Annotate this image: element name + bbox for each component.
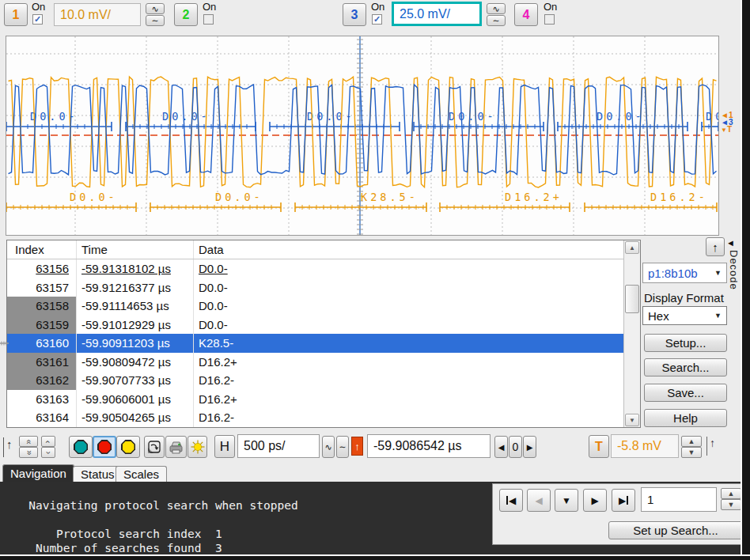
- table-scrollbar[interactable]: ▲ ▼: [623, 240, 640, 427]
- table-cell[interactable]: -59.90707733 µs: [77, 371, 194, 390]
- up-triangle-icon[interactable]: ▲: [721, 488, 741, 499]
- table-cell[interactable]: -59.90606001 µs: [77, 390, 194, 409]
- scrollbar-up-icon[interactable]: ▲: [625, 241, 639, 254]
- table-cell[interactable]: D0.0-: [194, 278, 623, 297]
- tab-scales[interactable]: Scales: [116, 466, 167, 482]
- table-cell[interactable]: D0.0-: [194, 259, 623, 278]
- table-cell[interactable]: D0.0-: [194, 297, 623, 316]
- table-cell[interactable]: -59.90504265 µs: [77, 408, 194, 427]
- column-header-time[interactable]: Time: [77, 240, 194, 259]
- search-index-spinner[interactable]: ▲ ▼: [721, 488, 741, 510]
- table-cell[interactable]: 63156: [7, 259, 77, 278]
- trigger-level-field[interactable]: -5.8 mV: [611, 434, 679, 458]
- fine-adjust-spinner[interactable]: ‹ ‹: [41, 436, 55, 458]
- table-cell[interactable]: D0.0-: [194, 316, 623, 335]
- table-cell[interactable]: K28.5-: [194, 334, 623, 353]
- scrollbar-thumb[interactable]: [625, 285, 639, 313]
- delay-decrease-button[interactable]: ◀: [494, 436, 508, 458]
- table-row[interactable]: 63163-59.90606001 µsD16.2+: [7, 390, 623, 409]
- decode-source-select[interactable]: p1:8b10b ▼: [642, 263, 727, 283]
- table-cell[interactable]: -59.90809472 µs: [77, 353, 194, 372]
- next-result-button[interactable]: ▶: [583, 489, 607, 512]
- search-index-field[interactable]: 1: [641, 487, 717, 512]
- touch-toggle-button[interactable]: [144, 436, 165, 458]
- table-cell[interactable]: 63161: [7, 353, 77, 372]
- channel-3-scale-field[interactable]: 25.0 mV/: [392, 2, 482, 26]
- table-cell[interactable]: 63162: [7, 371, 77, 390]
- column-header-data[interactable]: Data: [194, 240, 623, 259]
- previous-result-button[interactable]: ◀: [527, 489, 551, 512]
- horizontal-scale-field[interactable]: 500 ps/: [237, 434, 320, 458]
- table-cell[interactable]: -59.91216377 µs: [77, 278, 194, 297]
- delay-increase-button[interactable]: ▶: [523, 436, 536, 458]
- collapse-panel-button[interactable]: ↑: [706, 237, 725, 256]
- stop-button[interactable]: [93, 436, 116, 458]
- table-cell[interactable]: -59.91114653 µs: [77, 297, 194, 316]
- set-up-search-button[interactable]: Set up Search...: [608, 521, 743, 539]
- horizontal-zoom-in-button[interactable]: ∼: [336, 436, 349, 458]
- table-row[interactable]: 63161-59.90809472 µsD16.2+: [7, 353, 623, 372]
- table-cell[interactable]: D16.2-: [194, 408, 623, 427]
- channel-2-on-checkbox[interactable]: [203, 14, 214, 25]
- horizontal-delay-field[interactable]: -59.9086542 µs: [367, 434, 491, 458]
- help-button[interactable]: Help: [644, 409, 727, 427]
- channel-3-button[interactable]: 3: [343, 3, 366, 26]
- marker-to-top-icon[interactable]: ↑: [3, 437, 16, 457]
- table-row[interactable]: 63157-59.91216377 µsD0.0-: [7, 278, 623, 297]
- channel-1-scale-down-button[interactable]: ∼: [146, 15, 165, 26]
- table-cell[interactable]: 63158: [7, 297, 77, 316]
- table-cell[interactable]: 63160: [7, 334, 77, 353]
- channel-3-scale-up-button[interactable]: ∿: [487, 3, 506, 14]
- table-row[interactable]: 63159-59.91012929 µsD0.0-: [7, 316, 623, 335]
- delay-zero-button[interactable]: 0: [509, 436, 522, 458]
- channel-1-on-checkbox[interactable]: ✓: [32, 14, 43, 25]
- up-triangle-icon[interactable]: ▲: [681, 436, 702, 447]
- table-row[interactable]: 63162-59.90707733 µsD16.2-: [7, 371, 623, 390]
- channel-3-scale-down-button[interactable]: ∼: [487, 15, 506, 26]
- first-result-button[interactable]: ◀: [499, 489, 523, 512]
- trigger-slope-icon[interactable]: ↑: [706, 437, 719, 456]
- decode-side-tab[interactable]: Decode: [728, 250, 740, 290]
- channel-4-on-checkbox[interactable]: [544, 14, 555, 25]
- channel-1-scale-up-button[interactable]: ∿: [146, 3, 165, 14]
- chevron-down-icon[interactable]: ‹: [41, 447, 55, 458]
- table-cell[interactable]: 63159: [7, 316, 77, 335]
- brightness-button[interactable]: [188, 436, 207, 458]
- channel-2-button[interactable]: 2: [174, 3, 198, 26]
- setup-button[interactable]: Setup...: [644, 334, 727, 352]
- last-result-button[interactable]: ▶: [612, 489, 635, 512]
- channel-3-on-checkbox[interactable]: ✓: [372, 14, 382, 25]
- single-button[interactable]: [116, 436, 140, 458]
- table-row[interactable]: 63164-59.90504265 µsD16.2-: [7, 408, 623, 427]
- trigger-button[interactable]: T: [589, 435, 609, 458]
- table-cell[interactable]: D16.2-: [194, 371, 623, 390]
- scrollbar-down-icon[interactable]: ▼: [625, 414, 639, 426]
- channel-1-scale-field[interactable]: 10.0 mV/: [54, 3, 141, 26]
- table-cell[interactable]: -59.91012929 µs: [77, 316, 194, 335]
- channel-4-button[interactable]: 4: [514, 3, 538, 26]
- trigger-level-marker[interactable]: ▼T: [721, 126, 741, 134]
- table-cell[interactable]: -59.90911203 µs: [77, 334, 194, 353]
- column-header-index[interactable]: Index: [7, 240, 77, 259]
- table-cell[interactable]: 63163: [7, 390, 77, 409]
- table-row[interactable]: 63156-59.91318102 µsD0.0-: [7, 259, 623, 278]
- table-cell[interactable]: D16.2+: [194, 390, 623, 409]
- horizontal-zoom-out-button[interactable]: ∿: [322, 436, 335, 458]
- trigger-level-spinner[interactable]: ▲ ▼: [681, 436, 702, 458]
- coarse-adjust-spinner[interactable]: « «: [19, 436, 38, 458]
- table-cell[interactable]: 63164: [7, 408, 77, 427]
- save-button[interactable]: Save...: [644, 384, 727, 402]
- table-cell[interactable]: D16.2+: [194, 353, 623, 372]
- search-button[interactable]: Search...: [644, 358, 727, 376]
- down-triangle-icon[interactable]: ▼: [721, 499, 741, 510]
- down-triangle-icon[interactable]: ▼: [681, 447, 702, 458]
- horizontal-button[interactable]: H: [214, 435, 235, 458]
- chevron-up-icon[interactable]: ‹: [41, 436, 55, 447]
- waveform-display[interactable]: D0.0-D0.0-D0.0-D0.0-D0.0-D0.0-D0.0-D0.0-…: [6, 36, 719, 236]
- channel-1-button[interactable]: 1: [4, 3, 28, 26]
- table-row[interactable]: 63158-59.91114653 µsD0.0-: [7, 297, 623, 316]
- down-result-button[interactable]: ▼: [555, 489, 578, 512]
- table-cell[interactable]: -59.91318102 µs: [77, 259, 194, 278]
- table-row[interactable]: 63160-59.90911203 µsK28.5-: [7, 334, 623, 353]
- table-cell[interactable]: 63157: [7, 278, 77, 297]
